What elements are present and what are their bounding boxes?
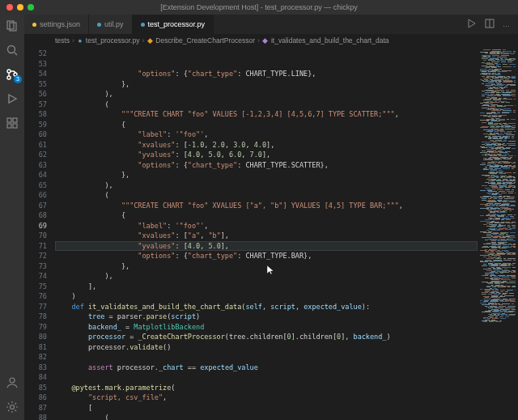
search-icon[interactable]: [6, 44, 19, 57]
window-controls: [6, 4, 34, 11]
chevron-right-icon: ›: [72, 36, 74, 45]
settings-gear-icon[interactable]: [6, 401, 19, 414]
breadcrumbs[interactable]: tests › ● test_processor.py › ◆ Describe…: [24, 34, 518, 47]
minimap[interactable]: [478, 47, 518, 420]
source-control-icon[interactable]: 3: [6, 68, 19, 81]
breadcrumb-class[interactable]: Describe_CreateChartProcessor: [155, 36, 255, 45]
chevron-right-icon: ›: [257, 36, 260, 45]
maximize-window-button[interactable]: [28, 4, 34, 11]
code-content[interactable]: "options": {"chart_type": CHART_TYPE.LIN…: [55, 47, 478, 420]
window-title: [Extension Development Host] - test_proc…: [0, 3, 518, 11]
json-file-icon: [32, 23, 36, 27]
svg-line-3: [15, 53, 17, 55]
split-editor-button[interactable]: [485, 19, 495, 30]
tab-util-py[interactable]: util.py: [89, 15, 133, 34]
editor[interactable]: 5253545556575859606162636465666768697071…: [24, 47, 518, 420]
svg-point-5: [7, 76, 11, 79]
accounts-icon[interactable]: [6, 376, 19, 389]
tab-label: settings.json: [40, 20, 80, 28]
svg-point-11: [10, 378, 15, 383]
breadcrumb-method[interactable]: it_validates_and_build_the_chart_data: [271, 36, 389, 45]
chevron-right-icon: ›: [142, 36, 144, 45]
tab-test-processor-py[interactable]: test_processor.py: [133, 15, 214, 34]
more-actions-button[interactable]: …: [503, 20, 510, 28]
extensions-icon[interactable]: [6, 117, 19, 129]
svg-point-12: [11, 405, 15, 409]
method-symbol-icon: ◆: [262, 37, 269, 44]
python-file-icon: ●: [77, 37, 83, 44]
explorer-icon[interactable]: [6, 19, 19, 32]
activity-bar: 3: [0, 15, 24, 420]
svg-point-2: [8, 46, 15, 53]
editor-tabs: settings.json util.py test_processor.py …: [24, 15, 518, 34]
editor-tab-actions: …: [459, 15, 518, 34]
tab-settings-json[interactable]: settings.json: [24, 15, 89, 34]
line-number-gutter: 5253545556575859606162636465666768697071…: [24, 47, 55, 420]
tab-label: test_processor.py: [148, 20, 206, 28]
class-symbol-icon: ◆: [146, 37, 153, 44]
python-file-icon: [97, 23, 101, 27]
svg-rect-10: [13, 124, 17, 128]
svg-rect-9: [7, 124, 11, 128]
breadcrumb-folder[interactable]: tests: [55, 36, 70, 45]
svg-rect-7: [7, 118, 11, 122]
editor-group: settings.json util.py test_processor.py …: [24, 15, 518, 420]
tab-label: util.py: [104, 20, 124, 28]
close-window-button[interactable]: [6, 4, 13, 11]
minimize-window-button[interactable]: [17, 4, 23, 11]
breadcrumb-file[interactable]: test_processor.py: [86, 36, 140, 45]
run-debug-icon[interactable]: [6, 92, 19, 105]
titlebar: [Extension Development Host] - test_proc…: [0, 0, 518, 15]
run-button[interactable]: [467, 19, 477, 30]
svg-rect-8: [13, 118, 17, 122]
svg-point-4: [7, 70, 11, 73]
python-file-icon: [141, 23, 145, 27]
scm-badge: 3: [14, 75, 22, 83]
